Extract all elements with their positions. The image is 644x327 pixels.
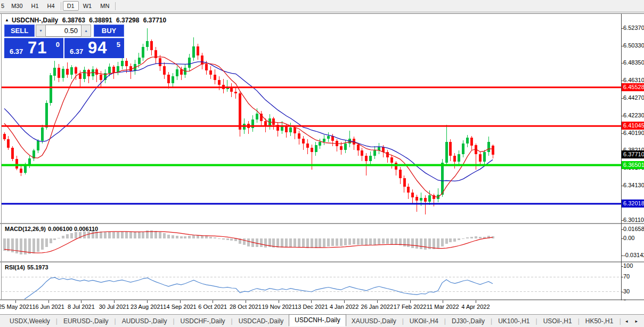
date-axis[interactable]: 25 May 202116 Jun 20218 Jul 202130 Jul 2… bbox=[0, 300, 644, 314]
price-axis-label: 6.48350 bbox=[623, 59, 644, 66]
title-high: 6.38891 bbox=[89, 17, 112, 24]
date-label: 4 Apr 2022 bbox=[461, 304, 490, 310]
date-tick bbox=[147, 300, 148, 303]
buy-price-box[interactable]: 6.37 94 5 bbox=[64, 38, 124, 58]
date-label: 6 Oct 2021 bbox=[198, 304, 227, 310]
macd-values: 0.006100 0.006110 bbox=[48, 226, 98, 232]
macd-axis-label: 0.00 bbox=[623, 235, 634, 241]
price-axis-label: 6.30110 bbox=[623, 217, 644, 223]
date-tick bbox=[246, 300, 246, 303]
tab-USDCHF-,Daily[interactable]: USDCHF-,Daily bbox=[175, 316, 231, 326]
level-price-label-6.36501: 6.36501 bbox=[622, 161, 644, 169]
date-tick bbox=[344, 300, 345, 303]
toolbar-separator bbox=[115, 2, 116, 10]
rsi-label: RSI(14)55.1973 bbox=[5, 264, 51, 270]
date-label: 14 Sep 2021 bbox=[163, 304, 196, 310]
volume-input[interactable]: 0.50 bbox=[46, 25, 81, 37]
tab-scroll-left-icon[interactable]: ◂ bbox=[622, 317, 632, 325]
rsi-line bbox=[4, 277, 493, 299]
sell-price-box[interactable]: 6.37 71 0 bbox=[4, 38, 63, 58]
rsi-value: 55.1973 bbox=[27, 264, 48, 270]
macd-axis-label: 0.016586 bbox=[623, 226, 644, 232]
pane-separator[interactable] bbox=[0, 261, 644, 262]
date-label: 13 Dec 2021 bbox=[295, 304, 328, 310]
date-tick bbox=[81, 300, 81, 303]
toolbar-item-M30[interactable]: M30 bbox=[7, 1, 27, 11]
chart-tab-bar: USDX,Weekly|EURUSD-,Daily|AUDUSD-,Daily|… bbox=[0, 314, 644, 327]
level-price-label-6.32018: 6.32018 bbox=[622, 200, 644, 208]
date-tick bbox=[443, 300, 443, 303]
date-label: 11 Mar 2022 bbox=[427, 304, 459, 310]
toolbar-item-W1[interactable]: W1 bbox=[79, 1, 96, 11]
volume-decrease-button[interactable]: ▾ bbox=[36, 25, 46, 37]
date-tick bbox=[48, 300, 49, 303]
collapse-triangle-icon[interactable]: ▲ bbox=[5, 18, 9, 22]
buy-price-pip: 5 bbox=[117, 41, 120, 49]
title-symbol: USDCNH-,Daily bbox=[12, 17, 58, 24]
sell-price-big: 71 bbox=[28, 38, 47, 58]
date-tick bbox=[213, 300, 213, 303]
price-axis-label: 6.44270 bbox=[623, 94, 644, 101]
mt4-window: 5M30H1H4D1W1MN ▲USDCNH-,Daily 6.38763 6.… bbox=[0, 0, 644, 327]
price-axis-label: 6.34130 bbox=[623, 182, 644, 188]
tab-EURUSD-,Daily[interactable]: EURUSD-,Daily bbox=[58, 316, 114, 326]
toolbar-item-5[interactable]: 5 bbox=[0, 1, 7, 11]
level-price-label-6.41045: 6.41045 bbox=[622, 122, 644, 130]
toolbar-item-MN[interactable]: MN bbox=[96, 1, 113, 11]
date-tick bbox=[114, 300, 115, 303]
spin-up-icon: ▴ bbox=[85, 28, 87, 33]
macd-label: MACD(12,26,9)0.006100 0.006110 bbox=[5, 226, 100, 232]
toolbar-item-D1[interactable]: D1 bbox=[63, 1, 79, 11]
date-tick bbox=[476, 300, 476, 303]
price-axis-label: 6.50330 bbox=[623, 42, 644, 49]
rsi-name: RSI(14) bbox=[5, 264, 25, 270]
price-axis-label: 6.52370 bbox=[623, 25, 644, 31]
date-tick bbox=[15, 300, 16, 303]
rsi-axis-label: 30 bbox=[623, 288, 630, 294]
volume-increase-button[interactable]: ▴ bbox=[81, 25, 91, 37]
date-tick bbox=[180, 300, 181, 303]
date-tick bbox=[410, 300, 411, 303]
title-open: 6.38763 bbox=[62, 17, 85, 24]
tab-UK100-,H1[interactable]: UK100-,H1 bbox=[493, 316, 535, 326]
rsi-axis-label: 70 bbox=[623, 273, 630, 280]
price-axis-label: 6.40190 bbox=[623, 130, 644, 136]
tab-USDCAD-,Daily[interactable]: USDCAD-,Daily bbox=[233, 316, 289, 326]
tab-scroll-right-icon[interactable]: ▸ bbox=[631, 317, 641, 325]
tab-UKOil-,H4[interactable]: UKOil-,H4 bbox=[404, 316, 444, 326]
date-label: 4 Jan 2022 bbox=[330, 304, 358, 310]
tab-USOil-,H1[interactable]: USOil-,H1 bbox=[538, 316, 577, 326]
tab-AUDUSD-,Daily[interactable]: AUDUSD-,Daily bbox=[117, 316, 173, 326]
one-click-trade-panel: SELL ▾ 0.50 ▴ BUY 6.37 71 0 6.37 94 5 bbox=[4, 25, 124, 58]
tab-scroll-arrows: |◂▸ bbox=[619, 317, 644, 325]
tab-XAUUSD-,Daily[interactable]: XAUUSD-,Daily bbox=[346, 316, 402, 326]
date-label: 30 Jul 2021 bbox=[99, 304, 129, 310]
toolbar-item-H4[interactable]: H4 bbox=[43, 1, 59, 11]
macd-axis-label: -0.031421 bbox=[623, 252, 644, 258]
date-tick bbox=[311, 300, 312, 303]
date-label: 23 Aug 2021 bbox=[131, 304, 164, 310]
macd-histogram bbox=[3, 230, 494, 254]
tab-DJ30-,Daily[interactable]: DJ30-,Daily bbox=[446, 316, 490, 326]
date-label: 17 Feb 2022 bbox=[394, 304, 427, 310]
pane-separator[interactable] bbox=[0, 223, 644, 224]
buy-price-prefix: 6.37 bbox=[70, 47, 83, 55]
buy-button[interactable]: BUY bbox=[94, 25, 124, 37]
rsi-axis-label: 100 bbox=[623, 262, 633, 269]
tab-HK50-,H1[interactable]: HK50-,H1 bbox=[580, 316, 619, 326]
buy-price-big: 94 bbox=[88, 38, 107, 58]
tab-USDX,Weekly[interactable]: USDX,Weekly bbox=[4, 316, 55, 326]
toolbar-item-H1[interactable]: H1 bbox=[27, 1, 43, 11]
date-label: 26 Jan 2022 bbox=[361, 304, 394, 310]
tab-USDCNH-,Daily[interactable]: USDCNH-,Daily bbox=[289, 314, 346, 326]
current-price-label-6.37710: 6.37710 bbox=[622, 150, 644, 158]
sell-button[interactable]: SELL bbox=[4, 25, 35, 37]
price-axis-label: 6.46310 bbox=[623, 77, 644, 83]
date-tick bbox=[279, 300, 279, 303]
date-label: 25 May 2021 bbox=[0, 304, 32, 310]
price-axis-label: 6.42230 bbox=[623, 112, 644, 118]
rsi-pane[interactable] bbox=[0, 262, 644, 299]
macd-name: MACD(12,26,9) bbox=[5, 226, 46, 232]
date-label: 19 Nov 2021 bbox=[262, 304, 295, 310]
title-low: 6.37298 bbox=[116, 17, 139, 24]
